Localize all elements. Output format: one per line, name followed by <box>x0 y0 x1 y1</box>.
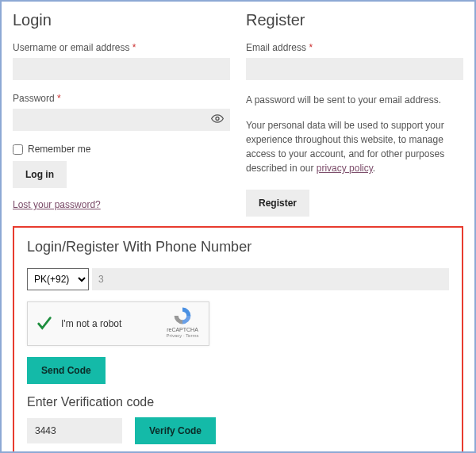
password-note: A password will be sent to your email ad… <box>246 93 463 107</box>
email-label: Email address * <box>246 42 463 53</box>
lost-password-link[interactable]: Lost your password? <box>13 199 101 210</box>
password-label: Password * <box>13 93 230 104</box>
toggle-password-icon[interactable] <box>211 113 224 128</box>
register-button[interactable]: Register <box>246 190 309 217</box>
phone-number-input[interactable] <box>92 268 449 290</box>
verification-code-input[interactable] <box>27 418 122 443</box>
svg-point-0 <box>216 117 219 121</box>
email-input[interactable] <box>246 58 463 80</box>
phone-auth-box: Login/Register With Phone Number PK(+92)… <box>13 226 463 453</box>
verify-code-button[interactable]: Verify Code <box>135 417 216 444</box>
privacy-note: Your personal data will be used to suppo… <box>246 118 463 175</box>
recaptcha-label: I'm not a robot <box>61 318 121 329</box>
remember-checkbox[interactable] <box>13 144 23 155</box>
username-input[interactable] <box>13 58 230 80</box>
recaptcha-icon <box>172 305 193 326</box>
verify-heading: Enter Verification code <box>27 395 449 409</box>
login-heading: Login <box>13 11 230 29</box>
username-label: Username or email address * <box>13 42 230 53</box>
register-column: Register Email address * A password will… <box>246 11 463 217</box>
dial-code-select[interactable]: PK(+92) <box>27 268 89 290</box>
phone-heading: Login/Register With Phone Number <box>27 239 449 255</box>
remember-label: Remember me <box>28 144 90 155</box>
recaptcha-brand: reCAPTCHA Privacy · Terms <box>163 305 202 338</box>
login-column: Login Username or email address * Passwo… <box>13 11 230 217</box>
register-heading: Register <box>246 11 463 29</box>
login-button[interactable]: Log in <box>13 161 67 188</box>
password-input[interactable] <box>13 109 230 131</box>
privacy-policy-link[interactable]: privacy policy <box>317 163 373 174</box>
send-code-button[interactable]: Send Code <box>27 357 106 384</box>
checkmark-icon <box>36 315 53 332</box>
recaptcha-widget[interactable]: I'm not a robot reCAPTCHA Privacy · Term… <box>27 301 209 346</box>
